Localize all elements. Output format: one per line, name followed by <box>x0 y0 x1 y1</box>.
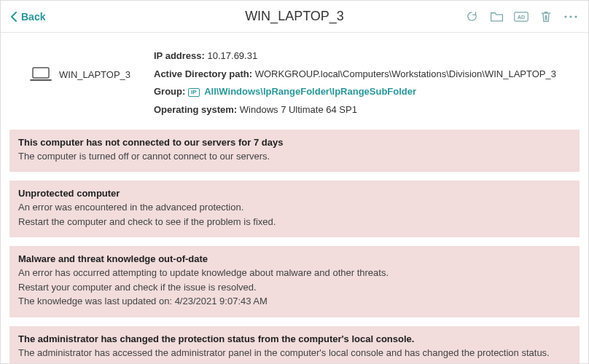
chevron-left-icon <box>11 12 17 22</box>
device-info-row: WIN_LAPTOP_3 IP address: 10.17.69.31 Act… <box>1 47 588 130</box>
device-column: WIN_LAPTOP_3 <box>30 47 154 82</box>
ip-badge: IP <box>188 88 200 97</box>
os-value: Windows 7 Ultimate 64 SP1 <box>240 104 357 115</box>
back-button[interactable]: Back <box>11 11 45 23</box>
ip-label: IP address: <box>154 50 205 61</box>
svg-point-2 <box>564 15 566 17</box>
ad-icon[interactable]: AD <box>514 9 528 24</box>
more-icon[interactable] <box>563 9 578 24</box>
page-title: WIN_LAPTOP_3 <box>245 9 344 24</box>
ip-value: 10.17.69.31 <box>207 50 257 61</box>
device-details: IP address: 10.17.69.31 Active Directory… <box>154 47 556 119</box>
ad-value: WORKGROUP.local\Computers\Workstations\D… <box>255 68 556 79</box>
ad-label: Active Directory path: <box>154 68 252 79</box>
device-name: WIN_LAPTOP_3 <box>59 69 130 80</box>
svg-point-4 <box>574 15 577 17</box>
laptop-icon <box>30 66 52 82</box>
alert-title: Unprotected computer <box>18 188 571 199</box>
alert-box: Unprotected computerAn error was encount… <box>9 181 580 237</box>
back-label: Back <box>21 11 45 23</box>
page-header: Back WIN_LAPTOP_3 AD <box>1 1 588 33</box>
svg-point-3 <box>569 15 572 17</box>
group-link[interactable]: All\Windows\IpRangeFolder\IpRangeSubFold… <box>204 86 416 97</box>
svg-rect-5 <box>33 68 49 78</box>
trash-icon[interactable] <box>539 9 553 24</box>
alert-title: This computer has not connected to our s… <box>18 137 571 148</box>
alert-body: The administrator has accessed the admin… <box>18 346 571 364</box>
group-label: Group: <box>154 86 185 97</box>
alert-title: Malware and threat knowledge out-of-date <box>18 253 571 264</box>
folder-icon[interactable] <box>489 9 504 24</box>
alert-body: An error has occurred attempting to upda… <box>18 266 571 309</box>
refresh-icon[interactable] <box>464 9 479 24</box>
alert-title: The administrator has changed the protec… <box>18 333 571 344</box>
alert-body: An error was encountered in the advanced… <box>18 200 571 229</box>
alert-body: The computer is turned off or cannot con… <box>18 149 571 164</box>
alert-box: This computer has not connected to our s… <box>9 130 580 173</box>
os-label: Operating system: <box>154 104 237 115</box>
alert-box: Malware and threat knowledge out-of-date… <box>9 246 580 317</box>
alert-box: The administrator has changed the protec… <box>9 326 580 364</box>
svg-text:AD: AD <box>518 15 525 20</box>
content: WIN_LAPTOP_3 IP address: 10.17.69.31 Act… <box>1 33 588 364</box>
header-actions: AD <box>464 9 578 24</box>
alerts-container: This computer has not connected to our s… <box>1 130 588 364</box>
